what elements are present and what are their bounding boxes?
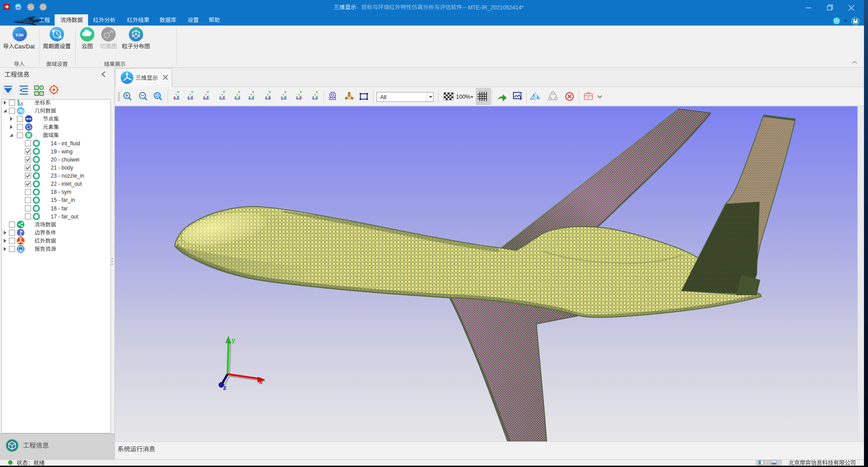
svg-text:y: y [238, 95, 240, 100]
svg-text:cas: cas [16, 31, 23, 38]
svg-text:18 - sym: 18 - sym [51, 189, 71, 195]
svg-text:Y: Y [300, 90, 302, 94]
svg-text:Y: Y [316, 90, 318, 94]
svg-text:z: z [206, 95, 208, 100]
svg-text:Cas/Dat: Cas/Dat [14, 44, 35, 50]
svg-text:20 - chuiwei: 20 - chuiwei [51, 157, 79, 163]
svg-text:z: z [312, 95, 314, 100]
svg-text:15 - far_in: 15 - far_in [51, 197, 75, 203]
svg-text:y: y [252, 95, 254, 100]
svg-text:19 - wing: 19 - wing [51, 148, 73, 155]
svg-text:16 - far: 16 - far [51, 205, 68, 212]
svg-text:x: x [259, 378, 263, 385]
svg-text:x: x [268, 95, 271, 100]
svg-text:Y: Y [252, 90, 254, 94]
svg-text:Y: Y [223, 90, 225, 94]
svg-text:MTE-IR_2021052414*: MTE-IR_2021052414* [468, 4, 524, 11]
svg-text:-: - [356, 4, 358, 11]
svg-text:z: z [265, 95, 267, 100]
svg-text:x: x [21, 101, 23, 105]
svg-text:y: y [281, 95, 283, 100]
svg-text:Y: Y [207, 90, 209, 94]
svg-text:z: z [284, 95, 286, 100]
svg-text:y: y [316, 95, 318, 100]
svg-text:z: z [235, 95, 237, 100]
svg-text:Y: Y [269, 90, 271, 94]
svg-text:z: z [249, 95, 250, 100]
svg-text:z: z [219, 95, 221, 100]
svg-text:z: z [177, 95, 179, 100]
svg-text:x: x [174, 95, 176, 100]
svg-text:Y: Y [285, 90, 287, 94]
svg-text:All: All [380, 94, 386, 100]
svg-text:21 - body: 21 - body [51, 165, 73, 171]
svg-text:Y: Y [191, 90, 193, 94]
svg-text:14 - int_fluid: 14 - int_fluid [51, 140, 80, 147]
svg-text:17 - far_out: 17 - far_out [51, 214, 79, 220]
svg-text:x: x [299, 95, 302, 100]
svg-text:z: z [296, 95, 298, 100]
svg-text:23 - nozzle_in: 23 - nozzle_in [51, 173, 84, 179]
svg-text:z: z [188, 95, 189, 100]
svg-text:z: z [223, 384, 227, 391]
svg-text:22 - inlet_out: 22 - inlet_out [51, 181, 82, 187]
svg-text:x: x [203, 95, 206, 100]
svg-text:Y: Y [238, 90, 241, 94]
svg-text:Y: Y [177, 90, 180, 94]
svg-text:z: z [19, 101, 21, 105]
svg-text:x: x [191, 95, 193, 100]
svg-text:x: x [223, 95, 225, 100]
svg-text:y: y [232, 336, 236, 344]
svg-text:100%: 100% [456, 94, 470, 100]
